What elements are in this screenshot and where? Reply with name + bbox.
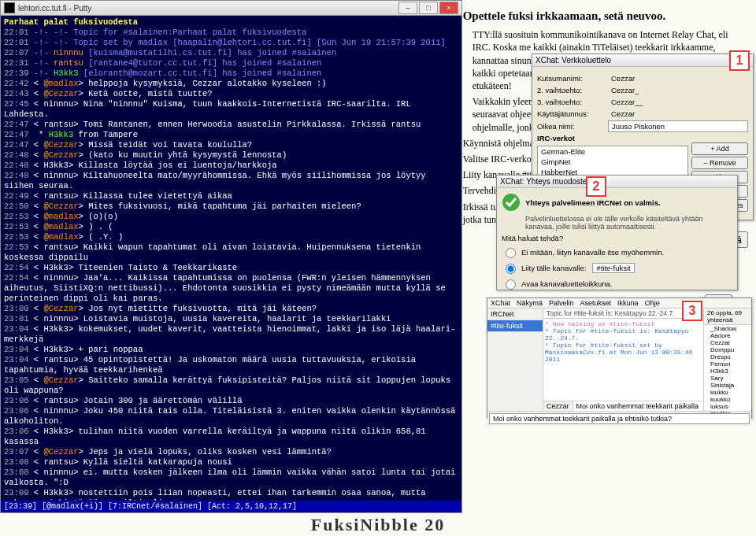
channel-tab[interactable]: #tite-fuksit xyxy=(487,320,543,332)
xchat-connected-dialog: XChat: Yhteys muodostettu Yhteys palveli… xyxy=(496,175,738,290)
article-title: Opettele fuksi irkkaamaan, setä neuvoo. xyxy=(463,8,748,24)
channel-topic: Topic for #tite-fuksit is: Kesätapyo 22.… xyxy=(543,309,703,319)
dialog-title: XChat: Yhteys muodostettu xyxy=(497,176,737,188)
putty-title: lehtori.cc.tut.fi - Putty xyxy=(18,3,91,13)
chat-area[interactable]: * Now talking on #tite-fuksit * Topic fo… xyxy=(543,319,703,401)
putty-window: lehtori.cc.tut.fi - Putty – □ × Parhaat … xyxy=(0,0,462,513)
message-input[interactable] xyxy=(573,401,703,411)
minimize-button[interactable]: – xyxy=(398,2,417,14)
dialog-title: XChat: Verkkoluettelo xyxy=(532,54,753,67)
network-tab[interactable]: IRCNet xyxy=(487,309,543,320)
nickname-field[interactable]: Cezzar xyxy=(608,73,748,83)
xchat-main-window: XChatNäkymäPalvelinAsetuksetIkkunaOhje I… xyxy=(487,298,752,419)
user-list[interactable]: 26 oppia, 69 yhteensä _ShadowAadoreCezza… xyxy=(703,309,751,411)
close-button[interactable]: × xyxy=(439,2,458,14)
current-nick: Cezzar xyxy=(543,401,573,411)
radio-join[interactable] xyxy=(506,264,516,274)
remove-button[interactable]: – Remove xyxy=(691,157,748,169)
bottom-input[interactable] xyxy=(489,413,750,424)
channel-input[interactable]: #tite-fuksit xyxy=(592,263,634,273)
irc-statusbar: [23:39] [@madlax(+i)] [7:IRCnet/#salaine… xyxy=(1,501,461,512)
realname-field[interactable]: Juuso Piskonen xyxy=(608,120,748,132)
putty-icon xyxy=(4,2,15,13)
irc-topic: Parhaat palat fuksivuodesta xyxy=(4,17,458,28)
badge-3: 3 xyxy=(682,301,702,321)
putty-titlebar: lehtori.cc.tut.fi - Putty – □ × xyxy=(1,1,461,16)
maximize-button[interactable]: □ xyxy=(419,2,438,14)
channel-tree[interactable]: IRCNet #tite-fuksit xyxy=(487,309,543,411)
alt1-field[interactable]: Cezzar_ xyxy=(608,85,748,95)
terminal-body[interactable]: Parhaat palat fuksivuodesta 22:01 -!- -!… xyxy=(1,16,461,513)
alt2-field[interactable]: Cezzar__ xyxy=(608,97,748,107)
radio-list[interactable] xyxy=(506,279,516,290)
badge-1: 1 xyxy=(729,50,750,71)
username-field[interactable]: Cezzar xyxy=(608,109,748,119)
checkmark-icon xyxy=(502,193,521,212)
add-button[interactable]: + Add xyxy=(691,142,748,155)
menubar[interactable]: XChatNäkymäPalvelinAsetuksetIkkunaOhje xyxy=(487,298,751,309)
badge-2: 2 xyxy=(586,176,606,197)
radio-nothing[interactable] xyxy=(506,248,516,258)
